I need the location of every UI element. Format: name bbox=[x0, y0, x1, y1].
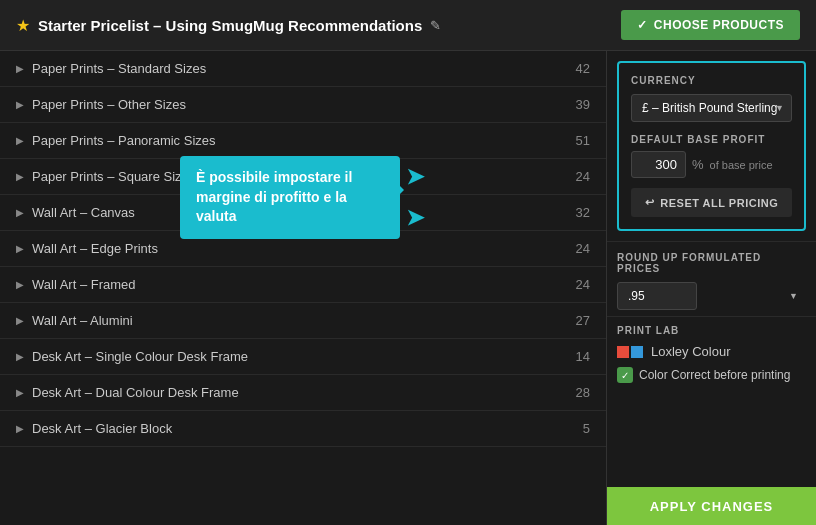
round-up-section: ROUND UP FORMULATED PRICES .95 .99 .00 bbox=[607, 241, 816, 316]
header-left: ★ Starter Pricelist – Using SmugMug Reco… bbox=[16, 16, 441, 35]
list-item-panoramic[interactable]: ▶ Paper Prints – Panoramic Sizes 51 bbox=[0, 123, 606, 159]
currency-select[interactable]: £ – British Pound Sterling $ – US Dollar… bbox=[631, 94, 792, 122]
reset-icon: ↩ bbox=[645, 196, 655, 209]
list-item[interactable]: ▶ Desk Art – Single Colour Desk Frame 14 bbox=[0, 339, 606, 375]
chevron-right-icon: ▶ bbox=[16, 315, 24, 326]
list-item[interactable]: ▶ Wall Art – Alumini 27 bbox=[0, 303, 606, 339]
chevron-right-icon: ▶ bbox=[16, 279, 24, 290]
percent-symbol: % bbox=[692, 157, 704, 172]
page-title: Starter Pricelist – Using SmugMug Recomm… bbox=[38, 17, 422, 34]
checkmark-icon: ✓ bbox=[637, 18, 648, 32]
chevron-right-icon: ▶ bbox=[16, 135, 24, 146]
print-lab-section: PRINT LAB Loxley Colour ✓ Color Correct … bbox=[607, 316, 816, 391]
round-up-select[interactable]: .95 .99 .00 bbox=[617, 282, 697, 310]
reset-all-pricing-button[interactable]: ↩ RESET ALL PRICING bbox=[631, 188, 792, 217]
print-lab-label: PRINT LAB bbox=[617, 325, 806, 336]
profit-input[interactable] bbox=[631, 151, 686, 178]
round-up-select-wrapper: .95 .99 .00 bbox=[617, 282, 806, 310]
list-item[interactable]: ▶ Paper Prints – Standard Sizes 42 bbox=[0, 51, 606, 87]
chevron-right-icon: ▶ bbox=[16, 171, 24, 182]
chevron-right-icon: ▶ bbox=[16, 243, 24, 254]
chevron-right-icon: ▶ bbox=[16, 63, 24, 74]
product-list: ▶ Paper Prints – Standard Sizes 42 ▶ Pap… bbox=[0, 51, 606, 525]
main-layout: ▶ Paper Prints – Standard Sizes 42 ▶ Pap… bbox=[0, 51, 816, 525]
list-item[interactable]: ▶ Wall Art – Canvas 32 bbox=[0, 195, 606, 231]
right-panel: CURRENCY £ – British Pound Sterling $ – … bbox=[606, 51, 816, 525]
currency-section: CURRENCY £ – British Pound Sterling $ – … bbox=[617, 61, 806, 231]
color-correct-row[interactable]: ✓ Color Correct before printing bbox=[617, 367, 806, 383]
list-item[interactable]: ▶ Wall Art – Edge Prints 24 bbox=[0, 231, 606, 267]
currency-select-wrapper: £ – British Pound Sterling $ – US Dollar… bbox=[631, 94, 792, 122]
choose-products-button[interactable]: ✓ CHOOSE PRODUCTS bbox=[621, 10, 800, 40]
chevron-right-icon: ▶ bbox=[16, 351, 24, 362]
lab-icon-red bbox=[617, 346, 629, 358]
chevron-right-icon: ▶ bbox=[16, 423, 24, 434]
star-icon: ★ bbox=[16, 16, 30, 35]
lab-logo: Loxley Colour bbox=[617, 344, 806, 359]
color-correct-checkbox[interactable]: ✓ bbox=[617, 367, 633, 383]
list-item[interactable]: ▶ Paper Prints – Other Sizes 39 bbox=[0, 87, 606, 123]
list-item[interactable]: ▶ Wall Art – Framed 24 bbox=[0, 267, 606, 303]
round-up-label: ROUND UP FORMULATED PRICES bbox=[617, 252, 806, 274]
apply-changes-button[interactable]: APPLY CHANGES bbox=[607, 487, 816, 525]
currency-label: CURRENCY bbox=[631, 75, 792, 86]
lab-icon bbox=[617, 346, 643, 358]
lab-name: Loxley Colour bbox=[651, 344, 731, 359]
lab-icon-blue bbox=[631, 346, 643, 358]
list-item[interactable]: ▶ Desk Art – Glacier Block 5 bbox=[0, 411, 606, 447]
chevron-right-icon: ▶ bbox=[16, 387, 24, 398]
profit-label: DEFAULT BASE PROFIT bbox=[631, 134, 792, 145]
profit-row: % of base price bbox=[631, 151, 792, 178]
chevron-right-icon: ▶ bbox=[16, 207, 24, 218]
list-item-square[interactable]: ▶ Paper Prints – Square Sizes 24 bbox=[0, 159, 606, 195]
color-correct-label: Color Correct before printing bbox=[639, 368, 790, 382]
list-item[interactable]: ▶ Desk Art – Dual Colour Desk Frame 28 bbox=[0, 375, 606, 411]
header: ★ Starter Pricelist – Using SmugMug Reco… bbox=[0, 0, 816, 51]
chevron-right-icon: ▶ bbox=[16, 99, 24, 110]
of-base-price-text: of base price bbox=[710, 159, 773, 171]
edit-icon[interactable]: ✎ bbox=[430, 18, 441, 33]
